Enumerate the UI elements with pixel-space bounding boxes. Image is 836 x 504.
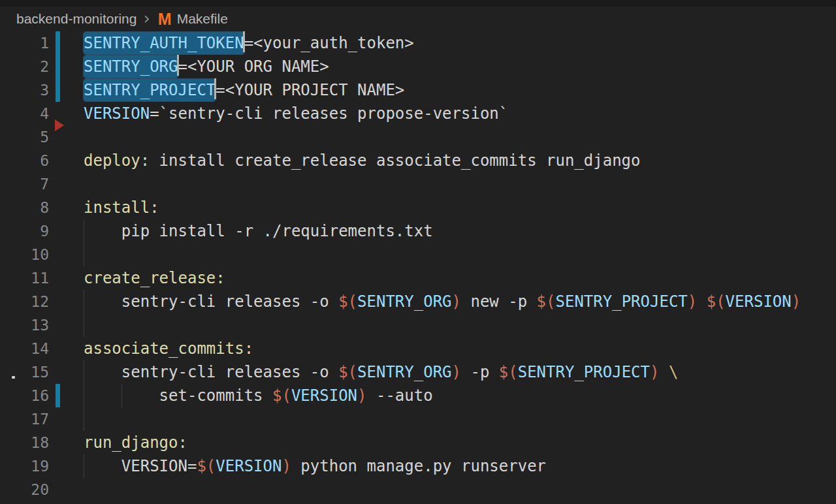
code-token: python manage.py runserver <box>291 457 546 475</box>
code-text[interactable]: install: <box>84 196 159 219</box>
code-token: install: <box>84 198 159 217</box>
line-number[interactable]: 10 <box>0 243 49 266</box>
code-token: ) <box>688 292 697 311</box>
line-number[interactable]: 5 <box>0 125 49 149</box>
code-text[interactable]: create_release: <box>84 266 225 290</box>
line-number[interactable]: 11 <box>0 266 49 290</box>
line-number[interactable]: 16 <box>0 384 49 407</box>
code-text[interactable]: SENTRY_ORG=<YOUR ORG NAME> <box>84 55 329 78</box>
code-text[interactable]: VERSION=`sentry-cli releases propose-ver… <box>84 102 508 125</box>
code-token: VERSION <box>291 386 357 405</box>
code-line[interactable]: 5 <box>0 125 836 149</box>
line-number[interactable]: 3 <box>0 78 49 102</box>
indent-guide <box>84 243 84 266</box>
code-line[interactable]: 16set-commits $(VERSION) --auto <box>0 384 836 407</box>
code-token: =<your_auth_token> <box>244 34 414 52</box>
git-modified-gutter-bar[interactable] <box>56 384 60 407</box>
code-token: deploy: <box>84 151 150 170</box>
indent-guide <box>84 407 84 431</box>
code-token: VERSION= <box>121 457 197 475</box>
line-number[interactable]: 18 <box>0 431 49 454</box>
code-text[interactable]: VERSION=$(VERSION) python manage.py runs… <box>121 454 546 478</box>
code-line[interactable]: 10 <box>0 243 836 266</box>
code-line[interactable]: 3SENTRY_PROJECT=<YOUR PROJECT NAME> <box>0 78 836 102</box>
code-text[interactable]: run_django: <box>84 431 187 454</box>
code-line[interactable]: 2SENTRY_ORG=<YOUR ORG NAME> <box>0 55 836 78</box>
code-line[interactable]: 18run_django: <box>0 431 836 454</box>
code-text[interactable]: set-commits $(VERSION) --auto <box>159 384 433 407</box>
code-token: ) <box>281 457 291 475</box>
code-token: VERSION <box>216 457 281 475</box>
code-line[interactable]: 20 <box>0 478 836 501</box>
breadcrumb-file[interactable]: Makefile <box>177 11 228 27</box>
code-line[interactable]: 8install: <box>0 196 836 219</box>
line-number[interactable]: 20 <box>0 478 49 501</box>
code-line[interactable]: 11create_release: <box>0 266 836 290</box>
code-text[interactable]: pip install -r ./requirements.txt <box>121 219 433 243</box>
code-line[interactable]: 9pip install -r ./requirements.txt <box>0 219 836 243</box>
code-text[interactable]: deploy: install create_release associate… <box>84 149 641 172</box>
code-token: sentry-cli releases -o <box>121 363 338 381</box>
code-token: ) <box>452 363 461 381</box>
code-token: $( <box>707 292 726 311</box>
line-number[interactable]: 7 <box>0 172 49 196</box>
code-token: create_release: <box>84 269 225 287</box>
code-text[interactable]: SENTRY_PROJECT=<YOUR PROJECT NAME> <box>84 78 404 102</box>
code-line[interactable]: 17 <box>0 407 836 431</box>
breadcrumb: backend-monitoring › M Makefile <box>0 7 836 31</box>
git-modified-gutter-bar[interactable] <box>56 31 60 55</box>
code-token: ) <box>792 292 801 311</box>
code-token: set-commits <box>159 386 272 405</box>
line-number[interactable]: 9 <box>0 219 49 243</box>
code-line[interactable]: 4VERSION=`sentry-cli releases propose-ve… <box>0 102 836 125</box>
line-number[interactable]: 14 <box>0 337 49 360</box>
code-token: sentry-cli releases -o <box>121 292 338 311</box>
code-token: VERSION <box>84 104 150 123</box>
code-line[interactable]: 15sentry-cli releases -o $(SENTRY_ORG) -… <box>0 360 836 384</box>
code-editor[interactable]: 1SENTRY_AUTH_TOKEN=<your_auth_token>2SEN… <box>0 31 836 501</box>
indent-guide <box>84 219 84 243</box>
line-number[interactable]: 4 <box>0 102 49 125</box>
code-text[interactable]: sentry-cli releases -o $(SENTRY_ORG) new… <box>121 290 801 313</box>
code-line[interactable]: 14associate_commits: <box>0 337 836 360</box>
code-token: SENTRY_ORG <box>357 363 452 381</box>
line-number[interactable]: 12 <box>0 290 49 313</box>
line-number[interactable]: 19 <box>0 454 49 478</box>
vscode-editor-window: backend-monitoring › M Makefile 1SENTRY_… <box>0 0 836 504</box>
code-line[interactable]: 7 <box>0 172 836 196</box>
git-modified-gutter-bar[interactable] <box>56 55 60 78</box>
line-number[interactable]: 17 <box>0 407 49 431</box>
code-line[interactable]: 13 <box>0 313 836 337</box>
code-token: $( <box>499 363 518 381</box>
line-number[interactable]: 8 <box>0 196 49 219</box>
git-deleted-lines-icon[interactable] <box>55 119 64 131</box>
code-token: VERSION <box>726 292 792 311</box>
code-token: $( <box>537 292 556 311</box>
line-number[interactable]: 2 <box>0 55 49 78</box>
code-token: SENTRY_PROJECT <box>556 292 688 311</box>
git-modified-gutter-bar[interactable] <box>56 78 60 102</box>
code-token: =<YOUR PROJECT NAME> <box>216 81 404 99</box>
code-token: =<YOUR ORG NAME> <box>178 57 329 76</box>
code-token: pip install -r ./requirements.txt <box>121 222 433 240</box>
stray-dot <box>12 376 15 379</box>
code-token <box>659 363 668 381</box>
code-line[interactable]: 1SENTRY_AUTH_TOKEN=<your_auth_token> <box>0 31 836 55</box>
code-line[interactable]: 12sentry-cli releases -o $(SENTRY_ORG) n… <box>0 290 836 313</box>
indent-guide <box>84 454 84 478</box>
code-line[interactable]: 19VERSION=$(VERSION) python manage.py ru… <box>0 454 836 478</box>
line-number[interactable]: 15 <box>0 360 49 384</box>
window-top-edge <box>0 0 836 7</box>
breadcrumb-folder[interactable]: backend-monitoring <box>16 11 137 27</box>
line-number[interactable]: 1 <box>0 31 49 55</box>
code-text[interactable]: sentry-cli releases -o $(SENTRY_ORG) -p … <box>121 360 679 384</box>
code-line[interactable]: 6deploy: install create_release associat… <box>0 149 836 172</box>
code-token: new -p <box>461 292 537 311</box>
code-text[interactable]: SENTRY_AUTH_TOKEN=<your_auth_token> <box>84 31 414 55</box>
line-number[interactable]: 6 <box>0 149 49 172</box>
selected-text: SENTRY_AUTH_TOKEN <box>84 32 244 54</box>
line-number[interactable]: 13 <box>0 313 49 337</box>
code-text[interactable]: associate_commits: <box>84 337 253 360</box>
chevron-right-icon: › <box>143 12 150 25</box>
indent-guide <box>84 290 84 313</box>
